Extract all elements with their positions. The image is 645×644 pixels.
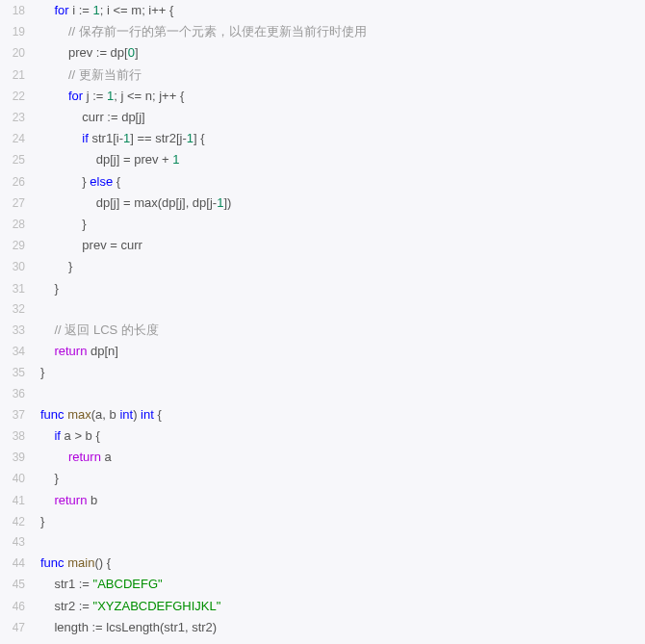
code-token: // 保存前一行的第一个元素，以便在更新当前行时使用	[68, 24, 367, 39]
line-number: 24	[0, 129, 33, 149]
indent	[40, 493, 54, 507]
code-line: 32	[0, 299, 645, 320]
code-token: int	[141, 407, 154, 422]
code-token: 1	[172, 152, 179, 167]
code-token: dp[n]	[87, 344, 118, 358]
code-line: 41 return b	[0, 490, 645, 511]
code-token: // 返回 LCS 的长度	[54, 322, 158, 337]
line-content: curr := dp[j]	[33, 107, 145, 127]
line-number: 44	[0, 554, 33, 574]
indent	[40, 599, 54, 613]
line-content: return a	[33, 447, 112, 467]
code-token: int	[119, 407, 133, 422]
indent	[40, 344, 54, 358]
indent	[40, 450, 68, 464]
code-line: 27 dp[j] = max(dp[j], dp[j-1])	[0, 193, 645, 214]
line-content: }	[33, 362, 44, 382]
line-number: 36	[0, 384, 33, 404]
line-number: 30	[0, 257, 33, 277]
code-token: return	[54, 493, 87, 507]
code-line: 22 for j := 1; j <= n; j++ {	[0, 86, 645, 107]
line-content: prev = curr	[33, 235, 142, 255]
line-content: // 返回 LCS 的长度	[33, 320, 159, 340]
line-number: 33	[0, 321, 33, 341]
code-line: 38 if a > b {	[0, 425, 645, 447]
line-content: }	[33, 214, 87, 234]
line-number: 27	[0, 193, 33, 214]
code-line: 29 prev = curr	[0, 235, 645, 256]
code-token: "XYZABCDEFGHIJKL"	[93, 599, 221, 613]
line-content: str1 := "ABCDEFG"	[33, 574, 163, 594]
code-token: }	[54, 281, 58, 296]
code-token: }	[82, 217, 86, 231]
code-token: (a, b	[91, 407, 120, 422]
code-token: prev = curr	[82, 238, 142, 252]
line-content: // 更新当前行	[33, 64, 142, 85]
code-token: ; i <= m; i++ {	[100, 3, 174, 17]
indent	[40, 89, 68, 103]
code-line: 33 // 返回 LCS 的长度	[0, 320, 645, 341]
code-token: )	[133, 407, 141, 422]
code-line: 26 } else {	[0, 171, 645, 193]
line-number: 42	[0, 512, 33, 532]
line-number: 47	[0, 618, 33, 638]
code-token: for	[68, 89, 83, 103]
code-token: func	[40, 407, 64, 422]
code-line: 36	[0, 384, 645, 404]
line-number: 19	[0, 22, 33, 42]
code-line: 48 fmt.Printf("The length of the Longest…	[0, 638, 645, 644]
indent	[40, 259, 68, 273]
line-number: 25	[0, 150, 33, 170]
code-token: str1 :=	[54, 577, 92, 591]
line-number: 29	[0, 236, 33, 256]
code-token: return	[68, 450, 101, 464]
line-number: 38	[0, 426, 33, 447]
line-number: 46	[0, 597, 33, 617]
code-token: j :=	[83, 89, 107, 103]
line-number: 39	[0, 448, 33, 468]
line-content: dp[j] = max(dp[j], dp[j-1])	[33, 193, 231, 213]
code-token: }	[40, 514, 44, 528]
line-content: str2 := "XYZABCDEFGHIJKL"	[33, 596, 220, 616]
indent	[40, 3, 54, 17]
line-number: 23	[0, 108, 33, 128]
code-line: 43	[0, 532, 645, 553]
code-token: }	[54, 471, 58, 485]
code-line: 28 }	[0, 214, 645, 235]
line-number: 35	[0, 363, 33, 383]
code-line: 34 return dp[n]	[0, 341, 645, 362]
line-content: }	[33, 278, 59, 298]
code-token: curr := dp[j]	[82, 110, 144, 124]
indent	[40, 110, 82, 124]
indent	[40, 471, 54, 485]
code-token: str2 :=	[54, 599, 92, 613]
line-number: 31	[0, 279, 33, 299]
code-token: a > b {	[61, 428, 100, 443]
code-token: 1	[93, 3, 100, 17]
indent	[40, 217, 82, 231]
indent	[40, 24, 68, 39]
code-token: ] == str2[j-	[130, 131, 187, 145]
code-token: ; j <= n; j++ {	[114, 89, 184, 103]
indent	[40, 131, 82, 145]
line-content: }	[33, 511, 44, 531]
code-line: 47 length := lcsLength(str1, str2)	[0, 617, 645, 638]
code-token: str1[i-	[89, 131, 123, 145]
line-number: 41	[0, 491, 33, 511]
indent	[40, 67, 68, 82]
code-token: "ABCDEFG"	[93, 577, 163, 591]
code-line: 45 str1 := "ABCDEFG"	[0, 574, 645, 595]
code-line: 37func max(a, b int) int {	[0, 404, 645, 425]
indent	[40, 281, 54, 296]
code-line: 23 curr := dp[j]	[0, 107, 645, 128]
code-line: 21 // 更新当前行	[0, 64, 645, 86]
indent	[40, 174, 82, 189]
code-line: 46 str2 := "XYZABCDEFGHIJKL"	[0, 596, 645, 617]
code-token: ])	[223, 195, 231, 210]
code-token: prev := dp[	[68, 45, 128, 60]
code-token: else	[90, 174, 113, 189]
code-line: 44func main() {	[0, 553, 645, 574]
line-content: }	[33, 256, 72, 276]
line-content: dp[j] = prev + 1	[33, 149, 180, 169]
code-line: 24 if str1[i-1] == str2[j-1] {	[0, 128, 645, 149]
